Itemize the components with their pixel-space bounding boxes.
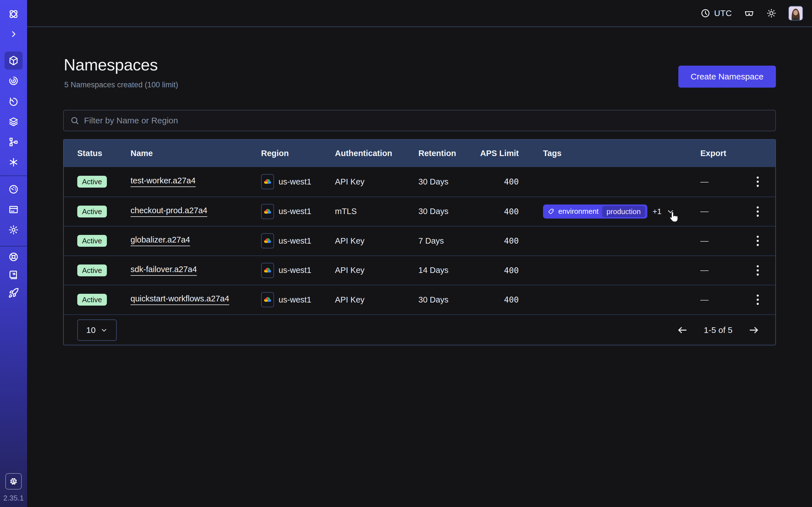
row-menu-button[interactable] xyxy=(750,226,765,256)
credits-coin-button[interactable]: $ xyxy=(5,473,22,490)
tag-value: production xyxy=(602,206,645,217)
status-badge: Active xyxy=(77,235,107,247)
column-header-aps-limit: APS Limit xyxy=(444,140,519,167)
sidebar-divider xyxy=(0,246,27,246)
status-cell: Active xyxy=(77,167,107,196)
namespace-link[interactable]: sdk-failover.a27a4 xyxy=(131,265,197,276)
namespaces-table: Status Name Region Authentication Retent… xyxy=(63,139,776,345)
table-header: Status Name Region Authentication Retent… xyxy=(64,140,775,167)
row-menu-button[interactable] xyxy=(750,285,765,314)
sidebar-item-docs[interactable] xyxy=(4,266,22,284)
tag-more-count: +1 xyxy=(653,207,662,216)
theme-toggle-button[interactable] xyxy=(766,8,776,18)
row-menu-button[interactable] xyxy=(750,167,765,196)
table-row: Active test-worker.a27a4 us-west1 API Ke… xyxy=(64,167,775,196)
arrow-right-icon xyxy=(748,325,760,336)
row-menu-button[interactable] xyxy=(750,197,765,226)
docs-book-icon xyxy=(8,270,19,280)
page-size-select[interactable]: 10 xyxy=(77,320,117,341)
sidebar-expand-button[interactable] xyxy=(4,25,22,43)
sidebar-item-branch[interactable] xyxy=(4,133,22,151)
sidebar-item-layers[interactable] xyxy=(4,113,22,131)
column-header-tags: Tags xyxy=(543,140,562,167)
region-cell: us-west1 xyxy=(261,167,311,196)
status-badge: Active xyxy=(77,265,107,276)
column-header-export: Export xyxy=(700,140,726,167)
sidebar-item-nexus[interactable] xyxy=(4,153,22,171)
clock-icon xyxy=(700,8,711,18)
rocket-icon xyxy=(8,288,19,298)
export-cell: — xyxy=(700,285,709,314)
region-cell: us-west1 xyxy=(261,285,311,314)
kebab-menu-icon xyxy=(756,176,760,187)
column-header-region: Region xyxy=(261,140,289,167)
namespace-link[interactable]: globalizer.a27a4 xyxy=(131,235,190,246)
create-namespace-button[interactable]: Create Namespace xyxy=(678,66,776,88)
cube-icon xyxy=(8,55,19,66)
temporal-logo-icon[interactable] xyxy=(4,5,22,23)
tags-cell: environment production +1 xyxy=(543,197,675,226)
sidebar-item-billing[interactable] xyxy=(4,201,22,219)
aps-limit-cell: 400 xyxy=(444,167,519,196)
namespace-link[interactable]: quickstart-workflows.a27a4 xyxy=(131,294,229,305)
retention-cell: 14 Days xyxy=(418,256,448,285)
region-label: us-west1 xyxy=(278,266,311,275)
tags-expand-button[interactable] xyxy=(666,207,675,216)
sidebar-item-timer[interactable] xyxy=(4,93,22,110)
status-badge: Active xyxy=(77,176,107,187)
status-badge: Active xyxy=(77,294,107,305)
filter-input[interactable] xyxy=(84,116,769,125)
namespace-link[interactable]: test-worker.a27a4 xyxy=(131,176,196,187)
namespace-link[interactable]: checkout-prod.a27a4 xyxy=(131,206,207,217)
timer-icon xyxy=(8,96,19,107)
tag-key: environment xyxy=(558,207,599,216)
name-cell: sdk-failover.a27a4 xyxy=(131,256,197,285)
sidebar-item-usage-gauge[interactable] xyxy=(4,180,22,198)
table-body: Active test-worker.a27a4 us-west1 API Ke… xyxy=(64,167,775,314)
sidebar-item-spiral-target[interactable] xyxy=(4,72,22,90)
sidebar-item-support[interactable] xyxy=(4,248,22,266)
table-row: Active checkout-prod.a27a4 us-west1 mTLS… xyxy=(64,196,775,226)
region-label: us-west1 xyxy=(278,207,311,216)
lifebuoy-icon xyxy=(8,251,19,262)
asterisk-icon xyxy=(8,157,19,168)
aps-limit-cell: 400 xyxy=(444,285,519,314)
region-cell: us-west1 xyxy=(261,197,311,226)
next-page-button[interactable] xyxy=(748,325,760,336)
sidebar-item-settings[interactable] xyxy=(4,221,22,239)
arrow-left-icon xyxy=(677,325,688,336)
status-cell: Active xyxy=(77,285,107,314)
app-version: 2.35.1 xyxy=(0,494,27,503)
timezone-selector[interactable]: UTC xyxy=(700,8,732,18)
spiral-target-icon xyxy=(8,75,19,86)
search-icon xyxy=(70,116,80,125)
gauge-icon xyxy=(8,184,19,194)
column-header-status: Status xyxy=(77,140,102,167)
sun-icon xyxy=(766,8,776,18)
table-row: Active quickstart-workflows.a27a4 us-wes… xyxy=(64,285,775,314)
table-footer: 10 1-5 of 5 xyxy=(64,314,775,345)
coin-dollar-icon: $ xyxy=(8,476,19,487)
gcp-cloud-icon xyxy=(261,204,274,219)
kebab-menu-icon xyxy=(756,235,760,247)
reader-mode-button[interactable] xyxy=(744,8,755,18)
row-menu-button[interactable] xyxy=(750,256,765,285)
retention-cell: 30 Days xyxy=(418,197,448,226)
region-label: us-west1 xyxy=(278,295,311,304)
user-avatar[interactable] xyxy=(788,6,803,20)
region-cell: us-west1 xyxy=(261,226,311,256)
table-row: Active globalizer.a27a4 us-west1 API Key… xyxy=(64,226,775,256)
page-title: Namespaces xyxy=(64,55,158,74)
authentication-cell: mTLS xyxy=(335,197,357,226)
sidebar-item-namespaces[interactable] xyxy=(4,52,22,69)
table-row: Active sdk-failover.a27a4 us-west1 API K… xyxy=(64,256,775,285)
region-cell: us-west1 xyxy=(261,256,311,285)
filter-bar xyxy=(63,110,776,131)
previous-page-button[interactable] xyxy=(677,325,688,336)
tag-pill[interactable]: environment production xyxy=(543,205,647,219)
sidebar-item-getting-started[interactable] xyxy=(4,284,22,302)
tag-icon xyxy=(548,208,555,215)
retention-cell: 30 Days xyxy=(418,167,448,196)
name-cell: quickstart-workflows.a27a4 xyxy=(131,285,229,314)
authentication-cell: API Key xyxy=(335,167,364,196)
